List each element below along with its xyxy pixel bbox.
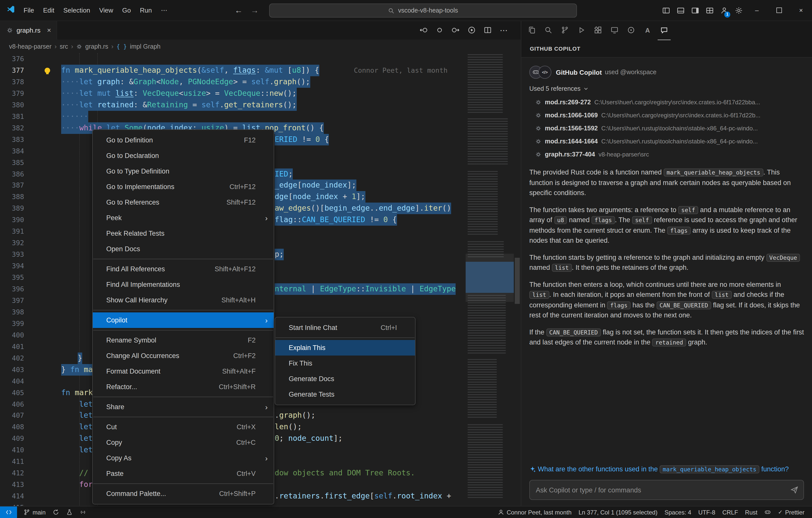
cursor-position[interactable]: Ln 377, Col 1 (1095 selected): [575, 509, 661, 516]
status-beaker-button[interactable]: [63, 509, 76, 516]
menu-item-paste[interactable]: PasteCtrl+V: [93, 466, 274, 482]
toggle-secondary-sidebar-icon[interactable]: [688, 0, 702, 21]
open-changes-icon[interactable]: [436, 26, 443, 34]
reference-item[interactable]: mod.rs:1066-1069C:\Users\huer\.cargo\reg…: [529, 109, 804, 122]
breadcrumb-folder[interactable]: src: [60, 43, 68, 50]
menu-item-go-to-references[interactable]: Go to ReferencesShift+F12: [93, 195, 274, 210]
menu-item-copy[interactable]: CopyCtrl+C: [93, 435, 274, 450]
command-center[interactable]: vscode-v8-heap-tools: [269, 3, 577, 18]
menu-item-rename-symbol[interactable]: Rename SymbolF2: [93, 332, 274, 348]
customize-layout-icon[interactable]: [702, 0, 717, 21]
menu-item-command-palette[interactable]: Command Palette...Ctrl+Shift+P: [93, 486, 274, 501]
references-toggle[interactable]: Used 5 references: [529, 85, 804, 92]
account-icon[interactable]: 1: [717, 0, 731, 21]
menu-item-peek[interactable]: Peek›: [93, 210, 274, 226]
menu-item-format-document[interactable]: Format DocumentShift+Alt+F: [93, 363, 274, 379]
run-debug-icon[interactable]: [575, 21, 588, 40]
menu-item-share[interactable]: Share›: [93, 399, 274, 415]
extensions-icon[interactable]: [591, 21, 605, 40]
branch-indicator[interactable]: main: [20, 509, 49, 516]
source-control-icon[interactable]: [558, 21, 572, 40]
next-change-icon[interactable]: [452, 26, 460, 34]
minimize-button[interactable]: –: [746, 0, 768, 21]
breadcrumb-folder[interactable]: v8-heap-parser: [9, 43, 52, 50]
target-icon[interactable]: [625, 21, 638, 40]
more-actions-icon[interactable]: ⋯: [500, 25, 508, 35]
menu-item-refactor[interactable]: Refactor...Ctrl+Shift+R: [93, 379, 274, 394]
line-number: 405: [0, 387, 24, 399]
menu-view[interactable]: View: [95, 4, 118, 17]
remote-indicator[interactable]: [0, 507, 17, 518]
encoding-status[interactable]: UTF-8: [695, 509, 719, 516]
menu-item-find-all-implementations[interactable]: Find All Implementations: [93, 277, 274, 292]
sync-button[interactable]: [49, 509, 63, 516]
toggle-panel-icon[interactable]: [673, 0, 688, 21]
menu-item-explain-this[interactable]: Explain This: [275, 340, 415, 356]
menu-item-go-to-declaration[interactable]: Go to Declaration: [93, 148, 274, 163]
navigate-back-icon[interactable]: ←: [235, 0, 242, 21]
menu-run[interactable]: Run: [135, 4, 156, 17]
close-button[interactable]: ×: [790, 0, 812, 21]
menu-item-go-to-definition[interactable]: Go to DefinitionF12: [93, 132, 274, 148]
menu-item-copy-as[interactable]: Copy As›: [93, 450, 274, 466]
maximize-button[interactable]: [768, 0, 790, 21]
send-icon[interactable]: [790, 486, 799, 494]
menu-separator: [93, 397, 273, 397]
menu-item-change-all-occurrences[interactable]: Change All OccurrencesCtrl+F2: [93, 348, 274, 363]
language-status[interactable]: Rust: [742, 509, 761, 516]
breadcrumb-symbol[interactable]: impl Graph: [130, 43, 161, 50]
toggle-sidebar-icon[interactable]: [659, 0, 673, 21]
menu-item-copilot[interactable]: Copilot›: [93, 312, 274, 328]
menu-more[interactable]: ⋯: [156, 4, 172, 17]
minimap-slider[interactable]: [466, 254, 514, 302]
previous-change-icon[interactable]: [419, 26, 428, 34]
copilot-status-icon[interactable]: [761, 509, 775, 516]
status-bar-right: Connor Peet, last month Ln 377, Col 1 (1…: [494, 509, 812, 516]
chat-icon[interactable]: [658, 21, 671, 40]
font-icon[interactable]: A: [641, 21, 654, 40]
search-icon[interactable]: [542, 21, 555, 40]
reference-item[interactable]: mod.rs:1644-1664C:\Users\huer\.rustup\to…: [529, 135, 804, 148]
menu-item-label: Go to Declaration: [106, 152, 256, 160]
status-broadcast-button[interactable]: [76, 509, 90, 516]
menu-go[interactable]: Go: [118, 4, 136, 17]
menu-selection[interactable]: Selection: [59, 4, 95, 17]
blame-status[interactable]: Connor Peet, last month: [494, 509, 575, 516]
indentation-status[interactable]: Spaces: 4: [661, 509, 695, 516]
menu-item-find-all-references[interactable]: Find All ReferencesShift+Alt+F12: [93, 261, 274, 277]
navigate-forward-icon[interactable]: →: [251, 0, 259, 21]
lightbulb-icon[interactable]: [45, 68, 50, 73]
followup-suggestion[interactable]: What are the other functions used in the…: [529, 464, 804, 475]
menu-item-go-to-implementations[interactable]: Go to ImplementationsCtrl+F12: [93, 179, 274, 195]
menu-item-cut[interactable]: CutCtrl+X: [93, 419, 274, 435]
reference-item[interactable]: graph.rs:377-404v8-heap-parser\src: [529, 148, 804, 161]
prettier-status[interactable]: ✓ Prettier: [775, 509, 808, 516]
menu-item-generate-tests[interactable]: Generate Tests: [275, 387, 415, 402]
menu-item-fix-this[interactable]: Fix This: [275, 356, 415, 371]
reference-item[interactable]: mod.rs:269-272C:\Users\huer\.cargo\regis…: [529, 96, 804, 109]
menu-item-go-to-type-definition[interactable]: Go to Type Definition: [93, 163, 274, 179]
menu-item-generate-docs[interactable]: Generate Docs: [275, 371, 415, 387]
menu-item-show-call-hierarchy[interactable]: Show Call HierarchyShift+Alt+H: [93, 292, 274, 308]
menu-item-start-inline-chat[interactable]: Start Inline ChatCtrl+I: [275, 320, 415, 335]
split-editor-icon[interactable]: [484, 26, 492, 34]
minimap[interactable]: [466, 53, 514, 507]
tab-graph-rs[interactable]: graph.rs ×: [0, 21, 57, 39]
breadcrumb-file[interactable]: graph.rs: [85, 43, 108, 50]
menu-item-label: Go to References: [106, 198, 227, 206]
reference-item[interactable]: mod.rs:1566-1592C:\Users\huer\.rustup\to…: [529, 122, 804, 135]
menu-item-open-docs[interactable]: Open Docs: [93, 241, 274, 257]
settings-gear-icon[interactable]: [731, 0, 746, 21]
chat-input-box[interactable]: [529, 480, 804, 500]
menu-file[interactable]: File: [19, 4, 38, 17]
title-bar-actions: 1 – ×: [659, 0, 812, 21]
menu-edit[interactable]: Edit: [38, 4, 59, 17]
remote-explorer-icon[interactable]: [608, 21, 621, 40]
eol-status[interactable]: CRLF: [719, 509, 742, 516]
tab-close-icon[interactable]: ×: [47, 26, 51, 34]
chat-input[interactable]: [535, 486, 790, 494]
run-icon[interactable]: [468, 26, 476, 34]
menu-item-peek-related-tests[interactable]: Peek Related Tests: [93, 226, 274, 241]
vertical-scrollbar[interactable]: [514, 53, 521, 507]
files-icon[interactable]: [525, 21, 538, 40]
